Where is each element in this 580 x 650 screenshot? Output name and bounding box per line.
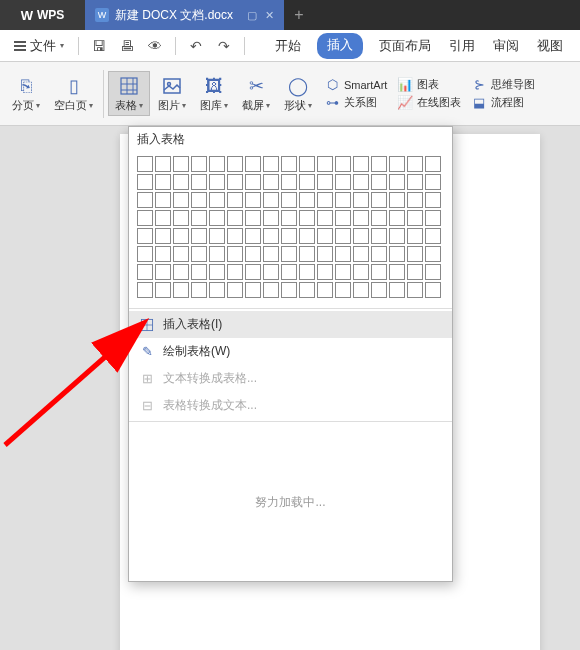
grid-cell[interactable]	[353, 228, 369, 244]
ribbon-picture[interactable]: 图片▾	[152, 72, 192, 115]
grid-cell[interactable]	[389, 192, 405, 208]
tab-insert[interactable]: 插入	[317, 33, 363, 59]
ribbon-flowchart[interactable]: ⬓流程图	[471, 95, 535, 111]
grid-cell[interactable]	[317, 264, 333, 280]
grid-cell[interactable]	[407, 210, 423, 226]
grid-cell[interactable]	[353, 192, 369, 208]
ribbon-screenshot[interactable]: ✂ 截屏▾	[236, 72, 276, 115]
grid-cell[interactable]	[371, 192, 387, 208]
grid-cell[interactable]	[299, 156, 315, 172]
grid-cell[interactable]	[317, 210, 333, 226]
grid-cell[interactable]	[137, 246, 153, 262]
grid-cell[interactable]	[263, 246, 279, 262]
grid-cell[interactable]	[227, 264, 243, 280]
grid-cell[interactable]	[227, 174, 243, 190]
grid-cell[interactable]	[209, 246, 225, 262]
grid-cell[interactable]	[137, 264, 153, 280]
grid-cell[interactable]	[335, 156, 351, 172]
grid-cell[interactable]	[173, 192, 189, 208]
ribbon-shapes[interactable]: ◯ 形状▾	[278, 72, 318, 115]
grid-cell[interactable]	[191, 210, 207, 226]
grid-cell[interactable]	[299, 246, 315, 262]
grid-cell[interactable]	[299, 264, 315, 280]
preview-icon[interactable]: 👁	[143, 34, 167, 58]
grid-cell[interactable]	[299, 210, 315, 226]
grid-cell[interactable]	[173, 264, 189, 280]
grid-cell[interactable]	[317, 246, 333, 262]
grid-cell[interactable]	[335, 210, 351, 226]
grid-cell[interactable]	[335, 246, 351, 262]
grid-cell[interactable]	[245, 264, 261, 280]
grid-cell[interactable]	[263, 264, 279, 280]
grid-cell[interactable]	[407, 192, 423, 208]
grid-cell[interactable]	[425, 264, 441, 280]
grid-cell[interactable]	[245, 156, 261, 172]
grid-cell[interactable]	[371, 174, 387, 190]
grid-cell[interactable]	[317, 174, 333, 190]
grid-cell[interactable]	[407, 156, 423, 172]
grid-cell[interactable]	[173, 174, 189, 190]
ribbon-online-chart[interactable]: 📈在线图表	[397, 95, 461, 111]
grid-cell[interactable]	[407, 228, 423, 244]
grid-cell[interactable]	[281, 174, 297, 190]
ribbon-mindmap[interactable]: ⊱思维导图	[471, 77, 535, 93]
grid-cell[interactable]	[281, 228, 297, 244]
grid-cell[interactable]	[407, 246, 423, 262]
grid-cell[interactable]	[281, 156, 297, 172]
grid-cell[interactable]	[353, 282, 369, 298]
grid-cell[interactable]	[299, 192, 315, 208]
grid-cell[interactable]	[137, 210, 153, 226]
grid-cell[interactable]	[335, 192, 351, 208]
grid-cell[interactable]	[407, 264, 423, 280]
grid-cell[interactable]	[137, 228, 153, 244]
grid-cell[interactable]	[155, 264, 171, 280]
ribbon-table[interactable]: 表格▾	[108, 71, 150, 116]
grid-cell[interactable]	[191, 174, 207, 190]
grid-cell[interactable]	[335, 264, 351, 280]
grid-cell[interactable]	[173, 282, 189, 298]
grid-cell[interactable]	[407, 174, 423, 190]
grid-cell[interactable]	[191, 246, 207, 262]
ribbon-relation[interactable]: ⊶关系图	[324, 95, 387, 111]
grid-cell[interactable]	[191, 282, 207, 298]
grid-cell[interactable]	[281, 264, 297, 280]
grid-cell[interactable]	[173, 228, 189, 244]
save-icon[interactable]: 🖫	[87, 34, 111, 58]
grid-cell[interactable]	[317, 192, 333, 208]
grid-cell[interactable]	[371, 156, 387, 172]
grid-cell[interactable]	[353, 174, 369, 190]
menu-insert-table[interactable]: 插入表格(I)	[129, 311, 452, 338]
ribbon-paging[interactable]: ⎘ 分页▾	[6, 72, 46, 115]
grid-cell[interactable]	[263, 192, 279, 208]
grid-cell[interactable]	[299, 282, 315, 298]
grid-cell[interactable]	[227, 246, 243, 262]
grid-cell[interactable]	[281, 282, 297, 298]
grid-cell[interactable]	[317, 228, 333, 244]
tab-view[interactable]: 视图	[535, 33, 565, 59]
grid-cell[interactable]	[173, 210, 189, 226]
grid-cell[interactable]	[353, 246, 369, 262]
grid-cell[interactable]	[263, 174, 279, 190]
grid-cell[interactable]	[173, 246, 189, 262]
grid-cell[interactable]	[227, 228, 243, 244]
grid-cell[interactable]	[317, 282, 333, 298]
menu-draw-table[interactable]: ✎ 绘制表格(W)	[129, 338, 452, 365]
grid-cell[interactable]	[173, 156, 189, 172]
grid-cell[interactable]	[155, 192, 171, 208]
grid-cell[interactable]	[389, 246, 405, 262]
grid-cell[interactable]	[137, 174, 153, 190]
tab-review[interactable]: 审阅	[491, 33, 521, 59]
grid-cell[interactable]	[155, 174, 171, 190]
grid-cell[interactable]	[191, 156, 207, 172]
grid-cell[interactable]	[245, 282, 261, 298]
grid-cell[interactable]	[335, 282, 351, 298]
tab-detach-icon[interactable]: ▢	[247, 9, 257, 22]
grid-cell[interactable]	[209, 192, 225, 208]
file-menu[interactable]: 文件 ▾	[8, 33, 70, 59]
grid-cell[interactable]	[209, 210, 225, 226]
grid-cell[interactable]	[425, 282, 441, 298]
grid-cell[interactable]	[425, 174, 441, 190]
tab-close-icon[interactable]: ✕	[265, 9, 274, 22]
tab-start[interactable]: 开始	[273, 33, 303, 59]
grid-cell[interactable]	[425, 156, 441, 172]
